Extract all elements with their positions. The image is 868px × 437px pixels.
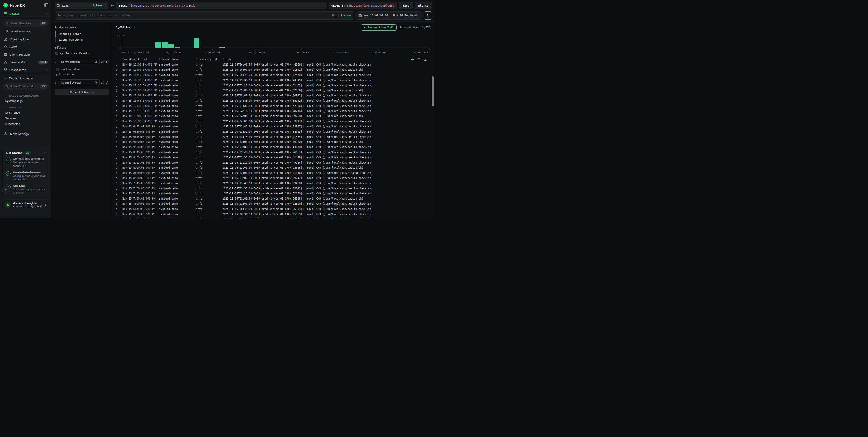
expand-row-icon[interactable]: ❯ [115, 94, 120, 97]
bar-chart-icon[interactable] [101, 81, 104, 84]
histogram-bar[interactable] [194, 38, 199, 48]
save-button[interactable]: Save [399, 2, 413, 9]
expand-row-icon[interactable]: ❯ [115, 110, 120, 113]
table-row[interactable]: ❯Nov 16 12:00:00.000 AMsystemd-demoinfo2… [115, 67, 431, 72]
saved-dashboards-input[interactable]: Saved Dashboards ⌘K [3, 83, 49, 90]
denoise-checkbox[interactable] [55, 52, 58, 55]
denoise-results-option[interactable]: Denoise Results [55, 52, 108, 55]
table-row[interactable]: ❯Nov 15 8:00:00.000 PMsystemd-demoinfo20… [115, 175, 431, 181]
table-row[interactable]: ❯Nov 15 11:00:00.000 PMsystemd-demoinfo2… [115, 88, 431, 93]
table-row[interactable]: ❯Nov 16 12:00:00.000 AMsystemd-demoinfo2… [115, 62, 431, 67]
pin-icon[interactable] [105, 81, 108, 84]
column-header-body[interactable]: ⠿Body [222, 58, 431, 61]
sidebar-item-alerts[interactable]: Alerts [0, 43, 52, 51]
expand-row-icon[interactable]: ❯ [115, 213, 120, 216]
sidebar-item-team-settings[interactable]: Team Settings [0, 130, 52, 138]
expand-row-icon[interactable]: ❯ [115, 99, 120, 102]
expand-row-icon[interactable]: ❯ [115, 145, 120, 149]
sidebar-item-service-map[interactable]: Service MapBETA [0, 58, 52, 66]
chevron-up-icon[interactable]: ⌃ [44, 152, 46, 154]
table-row[interactable]: ❯Nov 15 6:30:00.000 PMsystemd-demoinfo20… [115, 211, 431, 217]
pin-icon[interactable] [105, 60, 108, 63]
filter-value-systemd-demo[interactable]: systemd-demo [55, 67, 108, 72]
expand-row-icon[interactable]: ❯ [115, 217, 120, 218]
drag-handle-icon[interactable]: ⠿ [222, 58, 224, 61]
expand-row-icon[interactable]: ❯ [115, 104, 120, 107]
histogram-bar[interactable] [168, 44, 174, 48]
expand-row-icon[interactable]: ❯ [115, 79, 120, 82]
expand-row-icon[interactable]: ❯ [115, 120, 120, 123]
results-histogram[interactable]: 320 0 Nov 15 12:00:00 AM4:00:00 AM7:00:0… [115, 32, 430, 54]
expand-row-icon[interactable]: ❯ [115, 207, 120, 211]
expand-row-icon[interactable]: ❯ [115, 202, 120, 205]
preset-item-kubernetes[interactable]: Kubernetes [0, 121, 52, 127]
get-started-item[interactable]: ✓Connect to ClickHouseSet up your databa… [6, 157, 46, 168]
expand-row-icon[interactable]: ❯ [115, 135, 120, 138]
user-account-button[interactable]: D dominic.tran@clic... dominic.tran@clic… [3, 200, 49, 210]
source-settings-button[interactable] [111, 4, 114, 7]
sidebar-item-chart-explorer[interactable]: Chart Explorer [0, 35, 52, 43]
table-row[interactable]: ❯Nov 15 9:30:00.000 PMsystemd-demoinfo20… [115, 129, 431, 134]
drag-handle-icon[interactable]: ⠿ [196, 58, 197, 61]
expand-row-icon[interactable]: ❯ [115, 171, 120, 174]
expand-row-icon[interactable]: ❯ [115, 151, 120, 154]
table-row[interactable]: ❯Nov 15 9:45:00.000 PMsystemd-demoinfo20… [115, 124, 431, 129]
alerts-button[interactable]: Alerts [415, 2, 432, 9]
collapse-sidebar-icon[interactable] [44, 3, 49, 7]
chevron-down-icon[interactable]: ⌄ [55, 61, 57, 63]
expand-row-icon[interactable]: ❯ [115, 156, 120, 159]
table-row[interactable]: ❯Nov 15 10:45:00.000 PMsystemd-demoinfo2… [115, 98, 431, 103]
expand-row-icon[interactable]: ❯ [115, 140, 120, 143]
lucene-toggle[interactable]: Lucene [341, 14, 351, 17]
select-query-input[interactable]: SELECT Timestamp,ServiceName,SeverityTex… [116, 2, 327, 9]
expand-row-icon[interactable]: ❯ [115, 166, 120, 169]
expand-row-icon[interactable]: ❯ [115, 84, 120, 87]
chevron-up-icon[interactable]: ⌃ [46, 69, 48, 71]
table-row[interactable]: ❯Nov 15 6:45:00.000 PMsystemd-demoinfo20… [115, 206, 431, 211]
table-row[interactable]: ❯Nov 15 9:00:00.000 PMsystemd-demoinfo20… [115, 139, 431, 145]
expand-row-icon[interactable]: ❯ [115, 89, 120, 92]
table-row[interactable]: ❯Nov 15 11:30:00.000 PMsystemd-demoinfo2… [115, 77, 431, 83]
date-range-picker[interactable]: Nov 15 00:00:00 - Nov 16 00:00:00 [356, 11, 422, 20]
analysis-mode-event-patterns[interactable]: Event Patterns [56, 37, 108, 42]
sidebar-item-search[interactable]: Search ⌃ [0, 10, 52, 18]
table-row[interactable]: ❯Nov 15 11:15:00.000 PMsystemd-demoinfo2… [115, 83, 431, 88]
text-wrap-icon[interactable] [417, 58, 421, 61]
expand-row-icon[interactable]: ❯ [115, 192, 120, 195]
expand-row-icon[interactable]: ❯ [115, 68, 120, 71]
histogram-bar[interactable] [162, 42, 167, 48]
filter-value-checkbox[interactable] [56, 68, 59, 71]
expand-row-icon[interactable]: ❯ [115, 197, 120, 200]
expand-row-icon[interactable]: ❯ [115, 114, 120, 118]
table-row[interactable]: ❯Nov 15 10:30:00.000 PMsystemd-demoinfo2… [115, 103, 431, 108]
expand-row-icon[interactable]: ❯ [115, 130, 120, 133]
preset-item-services[interactable]: Services [0, 115, 52, 121]
table-row[interactable]: ❯Nov 15 11:45:00.000 PMsystemd-demoinfo2… [115, 72, 431, 78]
drag-handle-icon[interactable]: ⠿ [159, 58, 160, 61]
source-selector[interactable]: Logs Schema ⌃⌃ [55, 2, 108, 9]
expand-row-icon[interactable]: ❯ [115, 73, 120, 77]
chevron-up-icon[interactable]: ⌃ [46, 13, 48, 15]
saved-dashboards-section[interactable]: ⌄SAVED DASHBOARDS [0, 92, 52, 98]
table-row[interactable]: ❯Nov 15 8:15:00.000 PMsystemd-demoinfo20… [115, 160, 431, 165]
table-row[interactable]: ❯Nov 15 6:15:00.000 PMsystemd-demoinfo20… [115, 217, 431, 218]
load-more-button[interactable]: ❯Load more [55, 72, 108, 77]
filter-group-search[interactable]: ServiceName [59, 59, 99, 65]
download-icon[interactable] [424, 58, 427, 61]
table-row[interactable]: ❯Nov 15 8:30:00.000 PMsystemd-demoinfo20… [115, 155, 431, 160]
search-icon[interactable] [94, 60, 97, 63]
resume-live-tail-button[interactable]: Resume Live Tail [361, 24, 397, 31]
table-row[interactable]: ❯Nov 15 10:00:00.000 PMsystemd-demoinfo2… [115, 114, 431, 119]
chevron-right-icon[interactable]: ❯ [55, 81, 57, 84]
get-started-item[interactable]: ✓Create Data SourcesConfigure where your… [6, 171, 46, 181]
code-view-icon[interactable] [411, 58, 414, 61]
table-row[interactable]: ❯Nov 15 9:00:00.000 PMsystemd-demoinfo20… [115, 145, 431, 150]
column-header-severitytext[interactable]: ⠿SeverityText [196, 58, 222, 61]
bar-chart-icon[interactable] [101, 60, 104, 63]
get-started-header[interactable]: Get Started 3/3 ⌃ [6, 151, 46, 155]
table-row[interactable]: ❯Nov 15 7:00:00.000 PMsystemd-demoinfo20… [115, 201, 431, 206]
analysis-mode-results-table[interactable]: Results Table [56, 31, 108, 37]
sidebar-item-dashboards[interactable]: Dashboards ⌃ [0, 66, 52, 74]
column-header-timestamp[interactable]: Timestamp (Local) [120, 58, 159, 61]
get-started-item[interactable]: ✓Add DataStart sending logs, metrics, or… [6, 184, 46, 195]
